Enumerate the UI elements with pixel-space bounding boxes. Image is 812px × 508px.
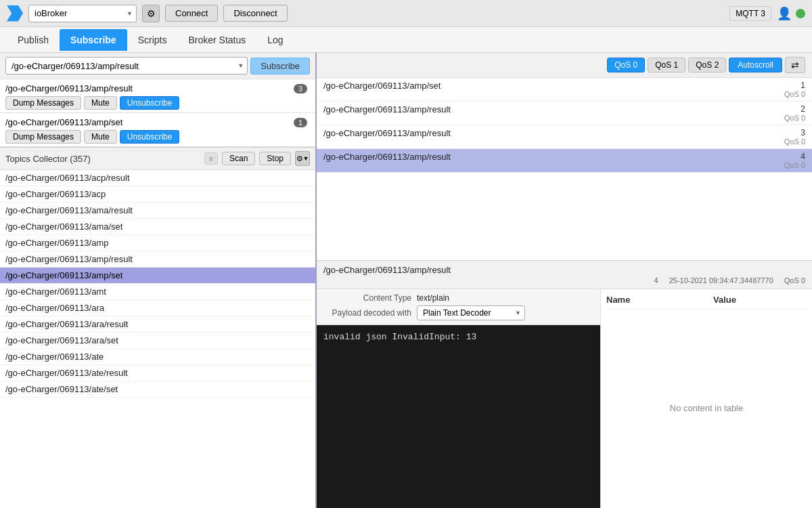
message-meta: 1 QoS 0 <box>765 81 805 98</box>
topic-list-item[interactable]: /go-eCharger/069113/ara/result <box>0 316 315 333</box>
topic-list-item[interactable]: /go-eCharger/069113/amp/result <box>0 251 315 268</box>
topic-list-item[interactable]: /go-eCharger/069113/acp/result <box>0 170 315 186</box>
tab-subscribe[interactable]: Subscribe <box>60 29 127 51</box>
content-type-value: text/plain <box>417 293 449 303</box>
subscription-item: /go-eCharger/069113/amp/set 1 Dump Messa… <box>0 113 315 147</box>
qos0-button[interactable]: QoS 0 <box>607 58 645 72</box>
topics-title: Topics Collector (357) <box>5 154 200 164</box>
decoder-select[interactable]: Plain Text Decoder JSON Decoder Hex Deco… <box>417 305 525 320</box>
topic-list-item[interactable]: /go-eCharger/069113/ama/result <box>0 203 315 219</box>
stop-button[interactable]: Stop <box>259 152 291 165</box>
tab-publish[interactable]: Publish <box>7 29 60 51</box>
message-meta: 3 QoS 0 <box>765 128 805 146</box>
message-qos: QoS 0 <box>765 161 805 169</box>
topic-list-item[interactable]: /go-eCharger/069113/ate/result <box>0 365 315 381</box>
disconnect-button[interactable]: Disconnect <box>223 5 287 22</box>
detail-num: 4 <box>654 276 658 284</box>
qos1-button[interactable]: QoS 1 <box>648 58 685 72</box>
right-panel: QoS 0 QoS 1 QoS 2 Autoscroll ⇄ /go-eChar… <box>317 53 812 508</box>
detail-timestamp: 25-10-2021 09:34:47.34487770 <box>669 276 773 284</box>
payload-panel: Content Type text/plain Payload decoded … <box>317 289 601 508</box>
topic-list-item[interactable]: /go-eCharger/069113/acp <box>0 186 315 203</box>
dump-messages-button[interactable]: Dump Messages <box>5 96 81 110</box>
topic-input-wrapper: ▼ <box>5 57 248 75</box>
decoder-label: Payload decoded with <box>323 308 411 318</box>
props-name-column: Name <box>606 295 700 305</box>
broker-selector[interactable]: ioBroker <box>28 5 137 22</box>
message-topic: /go-eCharger/069113/amp/result <box>323 128 765 138</box>
props-value-column: Value <box>713 295 807 305</box>
subscription-item: /go-eCharger/069113/amp/result 3 Dump Me… <box>0 79 315 113</box>
topbar-icons: 👤 <box>777 6 805 21</box>
unsubscribe-button[interactable]: Unsubscribe <box>120 130 180 144</box>
message-item[interactable]: /go-eCharger/069113/amp/set 1 QoS 0 <box>317 78 812 102</box>
detail-qos: QoS 0 <box>784 276 805 284</box>
unsubscribe-button[interactable]: Unsubscribe <box>120 96 180 110</box>
qos2-button[interactable]: QoS 2 <box>688 58 726 72</box>
topic-list-item[interactable]: /go-eCharger/069113/amp <box>0 235 315 251</box>
message-topic: /go-eCharger/069113/amp/set <box>323 81 765 91</box>
nav-tabs: Publish Subscribe Scripts Broker Status … <box>0 27 812 53</box>
payload-content: invalid json InvalidInput: 13 <box>317 325 600 508</box>
detail-body: Content Type text/plain Payload decoded … <box>317 289 812 508</box>
mute-button[interactable]: Mute <box>84 96 117 110</box>
message-topic: /go-eCharger/069113/amp/result <box>323 104 765 114</box>
topic-input[interactable] <box>5 57 248 75</box>
connect-button[interactable]: Connect <box>165 5 218 22</box>
topic-list-item-selected[interactable]: /go-eCharger/069113/amp/set <box>0 268 315 284</box>
sub-topic-label: /go-eCharger/069113/amp/set <box>5 117 294 127</box>
props-empty-message: No content in table <box>606 314 807 503</box>
topic-list-item[interactable]: /go-eCharger/069113/ate <box>0 349 315 365</box>
topics-list: /go-eCharger/069113/acp/result /go-eChar… <box>0 170 315 508</box>
sub-item-header: /go-eCharger/069113/amp/set 1 <box>5 117 310 127</box>
topic-list-item[interactable]: /go-eCharger/069113/ama/set <box>0 219 315 235</box>
tab-log[interactable]: Log <box>256 29 294 51</box>
props-header: Name Value <box>606 295 807 310</box>
filter-icon-button[interactable]: ⇄ <box>785 57 805 73</box>
topics-settings-icon[interactable]: ⚙▼ <box>295 151 310 166</box>
sub-count-badge: 3 <box>294 84 307 93</box>
message-item-selected[interactable]: /go-eCharger/069113/amp/result 4 QoS 0 <box>317 149 812 173</box>
message-qos: QoS 0 <box>765 114 805 122</box>
topic-list-item[interactable]: /go-eCharger/069113/ate/set <box>0 381 315 398</box>
content-type-row: Content Type text/plain <box>323 293 593 303</box>
settings-gear-icon[interactable]: ⚙ <box>142 5 160 22</box>
mute-button[interactable]: Mute <box>84 130 117 144</box>
dump-messages-button[interactable]: Dump Messages <box>5 130 81 144</box>
left-panel: ▼ Subscribe /go-eCharger/069113/amp/resu… <box>0 53 317 508</box>
message-item[interactable]: /go-eCharger/069113/amp/result 3 QoS 0 <box>317 125 812 149</box>
topbar: ioBroker ⚙ Connect Disconnect MQTT 3 👤 <box>0 0 812 27</box>
subscribe-button[interactable]: Subscribe <box>250 58 310 75</box>
decoder-row: Payload decoded with Plain Text Decoder … <box>323 305 593 320</box>
message-number: 3 <box>765 128 805 137</box>
decoder-select-wrapper[interactable]: Plain Text Decoder JSON Decoder Hex Deco… <box>417 305 525 320</box>
message-number: 1 <box>765 81 805 90</box>
main-content: ▼ Subscribe /go-eCharger/069113/amp/resu… <box>0 53 812 508</box>
detail-area: /go-eCharger/069113/amp/result 4 25-10-2… <box>317 261 812 508</box>
autoscroll-button[interactable]: Autoscroll <box>729 58 782 72</box>
message-meta: 2 QoS 0 <box>765 104 805 122</box>
topics-gear-arrow: ▼ <box>303 155 309 162</box>
topic-list-item[interactable]: /go-eCharger/069113/ara/set <box>0 333 315 349</box>
message-qos: QoS 0 <box>765 90 805 98</box>
tab-broker-status[interactable]: Broker Status <box>177 29 256 51</box>
topic-list-item[interactable]: /go-eCharger/069113/ara <box>0 300 315 316</box>
tab-scripts[interactable]: Scripts <box>127 29 178 51</box>
content-type-label: Content Type <box>323 293 411 303</box>
message-meta: 4 QoS 0 <box>765 152 805 169</box>
broker-select[interactable]: ioBroker <box>28 5 137 22</box>
topic-list-item[interactable]: /go-eCharger/069113/amt <box>0 284 315 300</box>
message-item[interactable]: /go-eCharger/069113/amp/result 2 QoS 0 <box>317 102 812 125</box>
messages-area: /go-eCharger/069113/amp/set 1 QoS 0 /go-… <box>317 78 812 261</box>
topics-header: Topics Collector (357) ≡ Scan Stop ⚙▼ <box>0 148 315 170</box>
subscribe-bar: ▼ Subscribe <box>0 53 315 79</box>
message-number: 4 <box>765 152 805 161</box>
scan-button[interactable]: Scan <box>222 152 255 165</box>
sub-item-actions: Dump Messages Mute Unsubscribe <box>5 130 310 144</box>
sub-topic-label: /go-eCharger/069113/amp/result <box>5 83 294 93</box>
sub-item-actions: Dump Messages Mute Unsubscribe <box>5 96 310 110</box>
detail-header: /go-eCharger/069113/amp/result 4 25-10-2… <box>317 261 812 289</box>
connection-status-dot <box>796 9 805 18</box>
message-number: 2 <box>765 104 805 114</box>
detail-topic: /go-eCharger/069113/amp/result <box>323 265 805 275</box>
